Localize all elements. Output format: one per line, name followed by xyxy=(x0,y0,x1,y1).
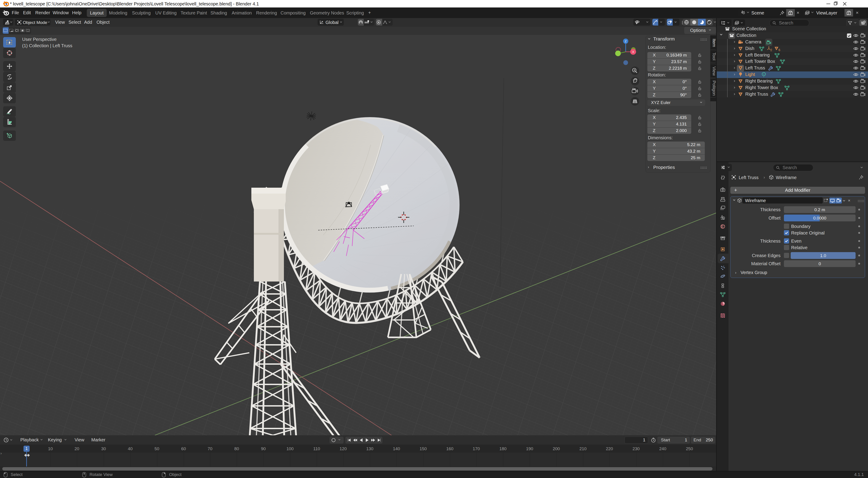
svg-text:Z: Z xyxy=(625,39,627,43)
svg-text:X: X xyxy=(632,50,634,54)
